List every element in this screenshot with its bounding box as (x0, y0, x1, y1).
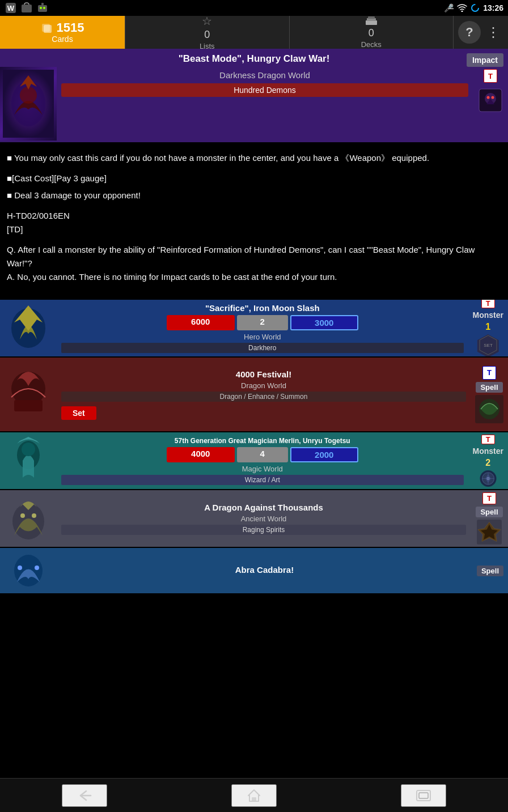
svg-point-20 (492, 96, 494, 99)
sync-icon (471, 3, 480, 12)
svg-point-7 (462, 11, 463, 12)
card-name: A Dragon Against Thousands (61, 503, 466, 512)
bag-icon (20, 2, 33, 14)
featured-card-thumbnail (0, 67, 57, 141)
decks-count: 0 (369, 27, 374, 39)
set-badge: Set (61, 406, 96, 420)
svg-point-41 (32, 513, 36, 518)
cards-icon (41, 22, 53, 34)
featured-card-info: Darkness Dragon World Hundred Demons (57, 67, 473, 99)
t-icon: T (482, 366, 496, 380)
desc-line-3: ■ Deal 3 damage to your opponent! (7, 189, 501, 202)
status-bar-left: W (5, 2, 49, 14)
card-attribute: Raging Spirits (61, 525, 466, 535)
card-level-num: 2 (485, 458, 490, 468)
card-attribute: Wizard / Art (61, 475, 464, 485)
stat-defense: 2000 (290, 447, 358, 462)
card-side: T Monster 1 SET (468, 300, 508, 356)
featured-card-title: "Beast Mode", Hungry Claw War! (0, 49, 508, 67)
svg-point-40 (20, 513, 25, 518)
svg-point-32 (22, 443, 35, 456)
featured-card-type: Impact (467, 53, 503, 67)
decks-label: Decks (361, 40, 382, 49)
stat-power: 4000 (167, 447, 235, 462)
card-world: Magic World (61, 465, 464, 473)
cards-count: 1515 (57, 21, 84, 35)
card-thumbnail (0, 548, 57, 593)
ancient-emblem (475, 520, 503, 545)
stat-defense: 3000 (290, 315, 358, 330)
featured-card-icons: T (473, 67, 508, 119)
cards-label: Cards (52, 35, 73, 44)
stat-level: 4 (237, 447, 288, 462)
recents-button[interactable] (401, 784, 446, 807)
list-item[interactable]: Abra Cadabra! Spell (0, 548, 508, 593)
card-stats: 4000 4 2000 (61, 447, 464, 462)
type-t-icon: T (484, 69, 497, 83)
svg-rect-47 (252, 797, 256, 801)
desc-line-2: ■[Cast Cost][Pay 3 gauge] (7, 172, 501, 185)
bottom-nav (0, 778, 508, 812)
svg-rect-13 (368, 16, 375, 19)
card-stats: 6000 2 3000 (61, 315, 464, 330)
card-body: "Sacrifice", Iron Moon Slash 6000 2 3000… (57, 300, 468, 356)
card-thumbnail (0, 432, 57, 489)
card-body: 4000 Festival! Dragon World Dragon / Enh… (57, 358, 471, 431)
svg-rect-2 (22, 5, 32, 12)
desc-line-code: H-TD02/0016EN[TD] (7, 209, 501, 236)
w-icon: W (5, 2, 17, 14)
card-body: 57th Generation Great Magician Merlin, U… (57, 432, 468, 489)
svg-point-5 (43, 7, 45, 9)
featured-card[interactable]: "Beast Mode", Hungry Claw War! (0, 49, 508, 142)
list-item[interactable]: A Dragon Against Thousands Ancient World… (0, 490, 508, 547)
card-thumbnail (0, 490, 57, 547)
svg-text:SET: SET (484, 343, 493, 348)
mic-off-icon: 🎤̶ (444, 3, 454, 12)
card-name: 4000 Festival! (61, 369, 466, 379)
t-icon: T (482, 492, 496, 504)
card-side: Spell (472, 548, 508, 593)
svg-point-46 (35, 566, 39, 570)
recents-icon (416, 789, 431, 802)
card-world: Hero World (61, 333, 464, 341)
card-attribute: Dragon / Enhance / Summon (61, 392, 466, 402)
card-world: Dragon World (61, 381, 466, 390)
svg-rect-3 (38, 5, 47, 12)
svg-point-45 (18, 566, 22, 570)
status-bar: W 🎤̶ 13:26 (0, 0, 508, 16)
home-button[interactable] (231, 784, 277, 807)
list-item[interactable]: "Sacrifice", Iron Moon Slash 6000 2 3000… (0, 300, 508, 356)
card-type: Monster (473, 311, 503, 320)
nav-lists-tab[interactable]: ☆ 0 Lists (125, 16, 289, 49)
card-name: "Sacrifice", Iron Moon Slash (61, 303, 464, 313)
menu-button[interactable]: ⋮ (483, 22, 503, 42)
wifi-icon (457, 4, 467, 12)
svg-rect-49 (419, 793, 428, 798)
svg-rect-10 (44, 25, 52, 33)
list-item[interactable]: 4000 Festival! Dragon World Dragon / Enh… (0, 358, 508, 431)
list-item[interactable]: 57th Generation Great Magician Merlin, U… (0, 432, 508, 489)
t-icon: T (481, 300, 495, 308)
card-type: Spell (476, 507, 502, 517)
top-nav: 1515 Cards ☆ 0 Lists 0 Decks ? ⋮ (0, 16, 508, 49)
card-description: ■ You may only cast this card if you do … (0, 142, 508, 300)
back-button[interactable] (62, 784, 107, 807)
svg-rect-11 (366, 20, 377, 25)
card-name: Abra Cadabra! (61, 565, 468, 575)
card-type: Spell (477, 566, 503, 576)
stat-power: 6000 (167, 315, 235, 330)
back-icon (76, 789, 93, 802)
help-button[interactable]: ? (458, 21, 481, 44)
card-list: "Sacrifice", Iron Moon Slash 6000 2 3000… (0, 300, 508, 593)
card-name: 57th Generation Great Magician Merlin, U… (61, 437, 464, 445)
desc-qa: Q. After I call a monster by the ability… (7, 243, 501, 284)
nav-cards-tab[interactable]: 1515 Cards (0, 16, 125, 49)
nav-decks-tab[interactable]: 0 Decks (289, 16, 454, 49)
card-side: T Spell (471, 490, 508, 547)
svg-rect-27 (14, 400, 43, 411)
decks-icon (365, 16, 378, 26)
card-side: T Spell (471, 358, 508, 431)
nav-actions: ? ⋮ (453, 16, 508, 49)
svg-point-19 (487, 96, 490, 99)
stat-level: 2 (237, 315, 288, 330)
